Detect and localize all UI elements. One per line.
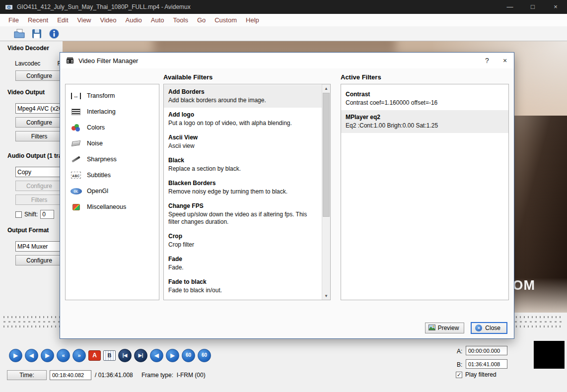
- muxer-select[interactable]: MP4 Muxer: [15, 241, 63, 252]
- menu-go[interactable]: Go: [193, 16, 210, 24]
- save-file-icon[interactable]: [30, 28, 43, 40]
- video-decoder-heading: Video Decoder: [0, 45, 63, 52]
- category-noise[interactable]: Noise: [66, 135, 159, 151]
- active-filter-item[interactable]: Contrast Contrast coef=1.160000 offset=-…: [341, 87, 508, 110]
- frame-type-text: Frame type: I-FRM (00): [142, 372, 206, 379]
- close-dialog-button[interactable]: × Close: [471, 322, 507, 334]
- active-filter-item[interactable]: MPlayer eq2 Eq2 :Cont:1.00 Brigh:0.00 Sa…: [341, 110, 508, 133]
- shift-input[interactable]: [40, 210, 54, 219]
- minimize-button[interactable]: —: [498, 0, 521, 14]
- menu-audio[interactable]: Audio: [121, 16, 146, 24]
- filter-item[interactable]: Black Replace a section by black.: [164, 153, 322, 176]
- menu-video[interactable]: Video: [96, 16, 121, 24]
- avidemux-window: GIO411_412_July_Sun_May_Thai_1080P_FULL.…: [0, 0, 567, 392]
- menu-recent[interactable]: Recent: [23, 16, 53, 24]
- video-thumbnail: [534, 341, 565, 369]
- forward-60s-button[interactable]: 60: [198, 349, 211, 362]
- status-bar: Time: / 01:36:41.008 Frame type: I-FRM (…: [0, 369, 567, 382]
- maximize-button[interactable]: □: [521, 0, 544, 14]
- scrollbar-thumb[interactable]: [323, 93, 330, 217]
- open-file-icon[interactable]: [13, 28, 26, 40]
- menu-file[interactable]: File: [4, 16, 23, 24]
- category-colors[interactable]: Colors: [66, 120, 159, 135]
- filter-name: Fade: [168, 256, 317, 262]
- next-keyframe-button[interactable]: »: [72, 349, 86, 362]
- marker-b-button[interactable]: B: [103, 350, 116, 361]
- active-filter-name: Contrast: [346, 91, 503, 98]
- filter-item[interactable]: Ascii View Ascii view: [164, 131, 322, 153]
- sharpness-icon: [70, 158, 82, 160]
- menu-auto[interactable]: Auto: [146, 16, 169, 24]
- last-frame-button[interactable]: ▶|: [134, 349, 147, 362]
- time-field[interactable]: [50, 370, 91, 380]
- active-filter-desc: Eq2 :Cont:1.00 Brigh:0.00 Sat:1.25: [346, 122, 503, 130]
- dialog-close-button[interactable]: ×: [496, 53, 514, 68]
- play-button[interactable]: ▶: [9, 349, 22, 362]
- audio-codec-select[interactable]: Copy: [15, 167, 63, 177]
- filter-list-scrollbar[interactable]: ▲ ▼: [322, 84, 330, 300]
- scroll-down-icon[interactable]: ▼: [322, 292, 330, 300]
- filter-desc: Speed up/slow down the video as if alter…: [168, 211, 307, 226]
- category-opengl[interactable]: GL OpenGl: [66, 183, 159, 199]
- preview-button[interactable]: Preview: [425, 323, 465, 333]
- prev-frame-button[interactable]: ◀: [150, 349, 163, 362]
- category-miscellaneous[interactable]: Miscellaneous: [66, 199, 159, 215]
- video-codec-select[interactable]: Mpeg4 AVC (x264: [15, 103, 63, 114]
- first-frame-button[interactable]: |◀: [118, 349, 132, 362]
- time-button[interactable]: Time:: [7, 370, 47, 380]
- filter-item[interactable]: Fade Fade.: [164, 252, 322, 275]
- category-label: OpenGl: [87, 188, 108, 195]
- filter-name: Blacken Borders: [168, 180, 317, 187]
- filter-item[interactable]: Change FPS Speed up/slow down the video …: [164, 199, 322, 229]
- menu-edit[interactable]: Edit: [53, 16, 72, 24]
- dialog-help-button[interactable]: ?: [478, 53, 496, 68]
- category-subtitles[interactable]: ABC Subtitles: [66, 167, 159, 183]
- muxer-configure-button[interactable]: Configure: [15, 255, 63, 265]
- filter-item[interactable]: Blacken Borders Remove noisy edge by tur…: [164, 176, 322, 199]
- shift-checkbox[interactable]: [15, 211, 22, 218]
- filter-desc: Remove noisy edge by turning them to bla…: [168, 188, 317, 196]
- marker-a-field[interactable]: [466, 346, 507, 355]
- menu-tools[interactable]: Tools: [169, 16, 193, 24]
- close-button[interactable]: ×: [544, 0, 567, 14]
- interlacing-icon: [70, 109, 82, 115]
- info-icon[interactable]: [48, 28, 61, 40]
- filter-item[interactable]: Fade to black Fade to black in/out.: [164, 275, 322, 298]
- muxer-value: MP4 Muxer: [17, 243, 48, 250]
- back-60s-button[interactable]: 60: [182, 349, 195, 362]
- video-filters-button[interactable]: Filters: [15, 131, 63, 141]
- forward-button[interactable]: ▶: [41, 349, 54, 362]
- menubar: File Recent Edit View Video Audio Auto T…: [0, 14, 567, 26]
- subtitles-icon: ABC: [70, 172, 82, 179]
- preview-icon: [428, 325, 435, 332]
- marker-b-field[interactable]: [466, 359, 507, 369]
- video-configure-button[interactable]: Configure: [15, 117, 63, 128]
- filter-name: Fade to black: [168, 278, 317, 285]
- category-sharpness[interactable]: Sharpness: [66, 151, 159, 167]
- toolbar: [0, 26, 567, 41]
- back-button[interactable]: ◀: [25, 349, 38, 362]
- marker-a-button[interactable]: A: [88, 350, 101, 361]
- video-codec-value: Mpeg4 AVC (x264: [17, 105, 63, 112]
- menu-view[interactable]: View: [73, 16, 96, 24]
- active-filter-desc: Contrast coef=1.160000 offset=-16: [346, 99, 503, 107]
- category-interlacing[interactable]: Interlacing: [66, 104, 159, 120]
- menu-help[interactable]: Help: [241, 16, 264, 24]
- decoder-configure-button[interactable]: Configure: [15, 70, 63, 81]
- menu-custom[interactable]: Custom: [210, 16, 241, 24]
- filter-item[interactable]: Crop Crop filter: [164, 229, 322, 252]
- prev-keyframe-button[interactable]: «: [57, 349, 70, 362]
- filter-item[interactable]: Add Borders Add black borders around the…: [164, 85, 322, 108]
- filter-item[interactable]: Add logo Put a logo on top of video, wit…: [164, 108, 322, 131]
- filter-desc: Fade.: [168, 264, 317, 271]
- category-label: Subtitles: [87, 172, 111, 179]
- category-label: Colors: [87, 124, 105, 131]
- filter-category-list: ↔ Transform Interlacing Colors Noise Sha…: [65, 84, 159, 300]
- filter-item[interactable]: Horizontal Flip Horizontally flip the im…: [164, 298, 322, 300]
- next-frame-button[interactable]: ▶: [166, 349, 179, 362]
- decoder-option-lavcodec[interactable]: Lavcodec: [15, 60, 40, 67]
- scroll-up-icon[interactable]: ▲: [322, 84, 330, 92]
- play-filtered-checkbox[interactable]: ✓: [456, 372, 462, 378]
- category-transform[interactable]: ↔ Transform: [66, 88, 159, 104]
- category-label: Transform: [87, 92, 115, 99]
